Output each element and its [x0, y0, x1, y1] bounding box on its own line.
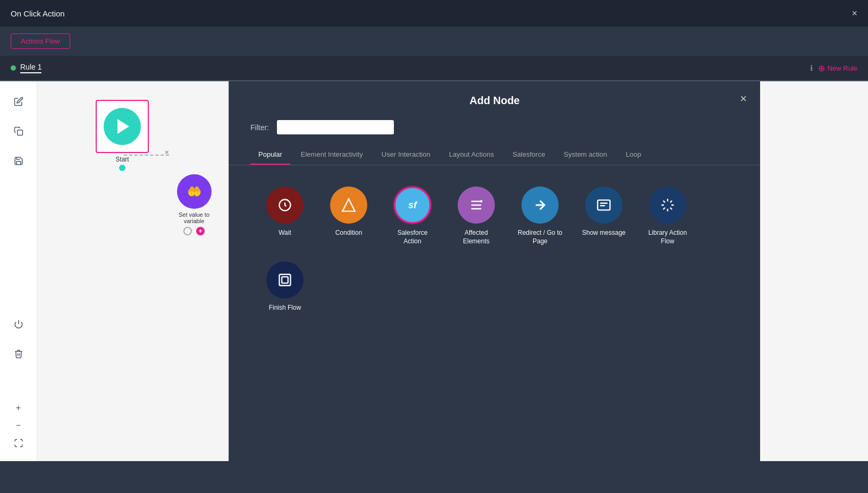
left-sidebar: + −: [0, 81, 37, 461]
modal-tab-system-action[interactable]: System action: [556, 145, 616, 165]
pencil-icon[interactable]: [9, 92, 28, 111]
rule-status-dot: [11, 65, 16, 71]
node-status-indicator: [183, 227, 192, 235]
set-value-node[interactable]: 🤲 Set value to variable +: [173, 174, 215, 235]
start-node-box: [96, 100, 149, 153]
main-window: On Click Action × Actions Flow Rule 1 ℹ …: [0, 0, 868, 493]
copy-icon[interactable]: [9, 122, 28, 141]
modal-tab-loop[interactable]: Loop: [618, 145, 649, 165]
node-label-affected-elements: Affected Elements: [452, 229, 500, 245]
node-item-finish-flow[interactable]: Finish Flow: [261, 261, 309, 312]
node-item-condition[interactable]: Condition: [325, 186, 373, 237]
filter-row: Filter:: [229, 115, 760, 145]
zoom-in-button[interactable]: +: [11, 401, 26, 415]
node-icon-affected-elements: [458, 186, 495, 224]
node-icon-condition: [330, 186, 367, 224]
zoom-controls: + −: [11, 401, 26, 450]
node-label-finish-flow: Finish Flow: [269, 304, 301, 312]
modal-title: Add Node: [469, 95, 519, 107]
node-icon-library-action-flow: [649, 186, 686, 224]
rule-label: Rule 1: [11, 63, 41, 73]
actions-flow-button[interactable]: Actions Flow: [11, 33, 70, 49]
power-icon[interactable]: [9, 314, 28, 334]
dashed-connection-line: [124, 155, 169, 156]
node-item-salesforce-action[interactable]: sfSalesforce Action: [389, 186, 436, 245]
set-value-node-controls: +: [183, 227, 205, 235]
filter-input[interactable]: [277, 120, 394, 134]
save-icon[interactable]: [9, 151, 28, 171]
window-close-button[interactable]: ×: [852, 8, 857, 19]
connection-x-marker: ×: [165, 148, 169, 156]
node-item-wait[interactable]: Wait: [261, 186, 309, 237]
zoom-out-button[interactable]: −: [11, 418, 26, 433]
node-item-affected-elements[interactable]: Affected Elements: [452, 186, 500, 245]
set-value-node-circle: 🤲: [177, 174, 212, 209]
node-icon-salesforce-action: sf: [394, 186, 431, 224]
canvas-area: + − Start: [0, 81, 868, 461]
info-icon: ℹ: [810, 64, 813, 72]
svg-point-3: [480, 200, 483, 203]
bottom-bar: [0, 461, 868, 493]
nodes-grid: WaitConditionsfSalesforce ActionAffected…: [229, 165, 760, 334]
title-bar: On Click Action ×: [0, 0, 868, 27]
node-add-button[interactable]: +: [196, 227, 205, 235]
rule-bar: Rule 1 ℹ ⊕ New Rule: [0, 56, 868, 81]
node-label-salesforce-action: Salesforce Action: [389, 229, 436, 245]
window-title: On Click Action: [11, 9, 65, 18]
modal-close-button[interactable]: ×: [740, 92, 747, 106]
new-rule-button[interactable]: ⊕ New Rule: [818, 63, 857, 73]
node-icon-redirect-go-page: [521, 186, 559, 224]
modal-tab-popular[interactable]: Popular: [250, 145, 290, 165]
modal-tab-user-interaction[interactable]: User Interaction: [374, 145, 439, 165]
start-node-connector: [119, 165, 125, 171]
node-item-redirect-go-page[interactable]: Redirect / Go to Page: [516, 186, 564, 245]
start-node-circle: [104, 108, 141, 145]
new-rule-label: New Rule: [828, 64, 857, 72]
node-icon-wait: [266, 186, 304, 224]
modal-footer: Next: [229, 334, 760, 461]
node-label-condition: Condition: [335, 229, 363, 237]
add-node-modal: Add Node × Filter: PopularElement Intera…: [229, 81, 760, 461]
modal-tab-layout-actions[interactable]: Layout Actions: [441, 145, 502, 165]
svg-rect-0: [17, 130, 22, 135]
toolbar: Actions Flow: [0, 27, 868, 56]
node-icon-show-message: [585, 186, 622, 224]
filter-label: Filter:: [250, 123, 269, 132]
modal-tab-salesforce[interactable]: Salesforce: [504, 145, 553, 165]
fit-screen-button[interactable]: [11, 436, 26, 450]
node-item-show-message[interactable]: Show message: [580, 186, 628, 237]
trash-icon[interactable]: [9, 344, 28, 363]
node-label-show-message: Show message: [582, 229, 626, 237]
node-label-library-action-flow: Library Action Flow: [644, 229, 692, 245]
play-icon: [117, 119, 129, 134]
set-value-icon: 🤲: [187, 185, 201, 199]
node-item-library-action-flow[interactable]: Library Action Flow: [644, 186, 692, 245]
svg-rect-7: [280, 275, 291, 286]
modal-header: Add Node ×: [229, 81, 760, 115]
node-label-redirect-go-page: Redirect / Go to Page: [516, 229, 564, 245]
node-icon-finish-flow: [266, 261, 304, 299]
new-rule-plus-icon: ⊕: [818, 63, 825, 73]
modal-tabs: PopularElement InteractivityUser Interac…: [229, 145, 760, 165]
rule-name: Rule 1: [20, 63, 41, 73]
node-label-wait: Wait: [279, 229, 291, 237]
modal-tab-element-interactivity[interactable]: Element Interactivity: [293, 145, 371, 165]
start-node-label: Start: [115, 156, 129, 163]
start-node[interactable]: Start: [96, 100, 149, 171]
svg-rect-8: [282, 277, 288, 283]
set-value-node-label: Set value to variable: [173, 211, 215, 224]
